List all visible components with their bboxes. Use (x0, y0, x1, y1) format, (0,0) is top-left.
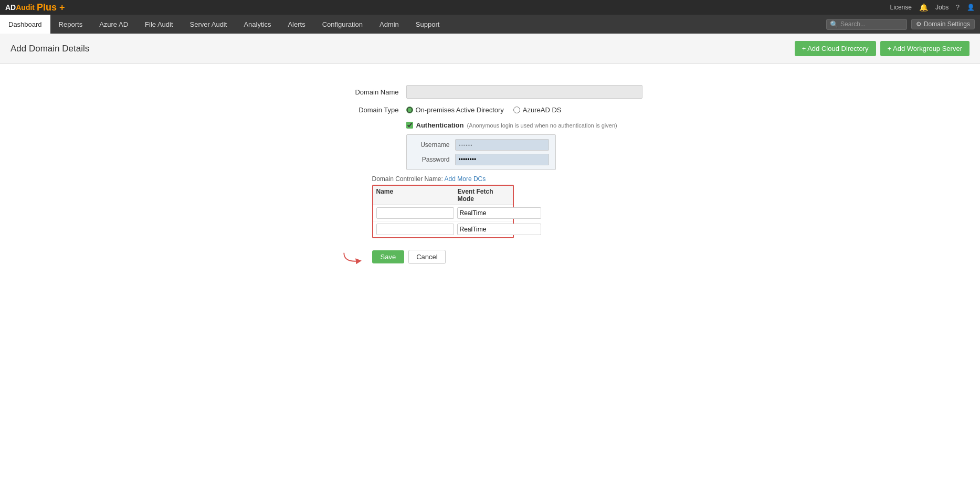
nav-right: 🔍 ⚙ Domain Settings (826, 15, 980, 34)
dc-row-1 (373, 205, 513, 221)
top-bar: ADAudit Plus + License 🔔 Jobs ? 👤 (0, 0, 980, 15)
license-link[interactable]: License (890, 4, 912, 11)
logo-plus-text: Plus + (37, 2, 65, 13)
arrow-indicator (341, 247, 367, 268)
radio-azure-ds[interactable] (513, 107, 520, 113)
add-workgroup-server-button[interactable]: + Add Workgroup Server (880, 41, 970, 56)
auth-header-text: Authentication (416, 121, 464, 129)
nav-item-azure-ad[interactable]: Azure AD (91, 15, 136, 34)
action-row: Save Cancel (372, 250, 677, 264)
domain-settings-label: Domain Settings (924, 20, 970, 28)
help-icon[interactable]: ? (956, 4, 960, 11)
search-input[interactable] (840, 20, 903, 28)
auth-content: Authentication (Anonymous login is used … (406, 121, 642, 170)
search-icon: 🔍 (830, 20, 838, 28)
gear-icon: ⚙ (916, 20, 922, 28)
domain-name-input[interactable] (406, 85, 642, 99)
domain-name-row: Domain Name (338, 85, 642, 99)
add-more-dcs-link[interactable]: Add More DCs (445, 175, 486, 183)
domain-settings-button[interactable]: ⚙ Domain Settings (911, 19, 975, 29)
jobs-link[interactable]: Jobs (935, 4, 949, 11)
domain-type-label: Domain Type (338, 106, 406, 114)
domain-type-row: Domain Type On-premises Active Directory… (338, 106, 642, 114)
nav-item-alerts[interactable]: Alerts (279, 15, 313, 34)
nav-item-file-audit[interactable]: File Audit (136, 15, 181, 34)
notification-icon[interactable]: 🔔 (919, 3, 928, 12)
auth-checkbox[interactable] (406, 122, 413, 129)
nav-item-analytics[interactable]: Analytics (235, 15, 279, 34)
username-input[interactable] (455, 139, 549, 151)
dc-table-header: Name Event Fetch Mode (373, 186, 513, 205)
nav-item-support[interactable]: Support (407, 15, 448, 34)
nav-item-server-audit[interactable]: Server Audit (182, 15, 236, 34)
nav-item-configuration[interactable]: Configuration (314, 15, 371, 34)
auth-header: Authentication (Anonymous login is used … (406, 121, 642, 129)
logo-audit-text: Audit (16, 3, 35, 12)
dc-col-mode-header: Event Fetch Mode (458, 188, 510, 203)
username-row: Username (413, 139, 549, 151)
nav-item-reports[interactable]: Reports (50, 15, 91, 34)
search-box[interactable]: 🔍 (826, 19, 907, 30)
option-on-premises[interactable]: On-premises Active Directory (406, 106, 504, 114)
dc-table: Name Event Fetch Mode (372, 185, 514, 238)
app-logo: ADAudit Plus + (5, 2, 65, 13)
radio-on-premises[interactable] (406, 107, 413, 113)
azure-ds-label: AzureAD DS (523, 106, 562, 114)
domain-name-label: Domain Name (338, 88, 406, 96)
username-label: Username (413, 141, 455, 149)
page-title: Add Domain Details (10, 44, 89, 54)
option-azure-ds[interactable]: AzureAD DS (513, 106, 562, 114)
dc-name-input-2[interactable] (376, 224, 454, 235)
nav-item-dashboard[interactable]: Dashboard (0, 15, 50, 34)
password-label: Password (413, 156, 455, 163)
cancel-button[interactable]: Cancel (408, 250, 445, 264)
save-button[interactable]: Save (372, 250, 405, 263)
logo-ad-text: AD (5, 3, 16, 12)
user-icon[interactable]: 👤 (967, 4, 975, 11)
password-input[interactable] (455, 154, 549, 165)
auth-note: (Anonymous login is used when no authent… (467, 122, 617, 129)
header-buttons: + Add Cloud Directory + Add Workgroup Se… (795, 41, 970, 56)
on-premises-label: On-premises Active Directory (416, 106, 504, 114)
main-content: Domain Name Domain Type On-premises Acti… (0, 64, 980, 280)
top-bar-right: License 🔔 Jobs ? 👤 (890, 3, 975, 12)
dc-controller-section: Domain Controller Name: Add More DCs Nam… (372, 175, 677, 238)
dc-name-input-1[interactable] (376, 207, 454, 219)
credentials-form: Username Password (406, 134, 556, 170)
dc-row-2 (373, 221, 513, 237)
password-row: Password (413, 154, 549, 165)
domain-type-options: On-premises Active Directory AzureAD DS (406, 106, 562, 114)
add-cloud-directory-button[interactable]: + Add Cloud Directory (795, 41, 876, 56)
nav-bar: Dashboard Reports Azure AD File Audit Se… (0, 15, 980, 34)
page-header: Add Domain Details + Add Cloud Directory… (0, 34, 980, 64)
nav-item-admin[interactable]: Admin (371, 15, 407, 34)
dc-section-label: Domain Controller Name: (372, 175, 443, 183)
dc-mode-input-2[interactable] (457, 224, 541, 235)
dc-label-row: Domain Controller Name: Add More DCs (372, 175, 677, 183)
dc-mode-input-1[interactable] (457, 207, 541, 219)
authentication-row: Authentication (Anonymous login is used … (338, 121, 642, 170)
add-domain-form: Domain Name Domain Type On-premises Acti… (10, 85, 970, 264)
dc-col-name-header: Name (376, 188, 458, 203)
